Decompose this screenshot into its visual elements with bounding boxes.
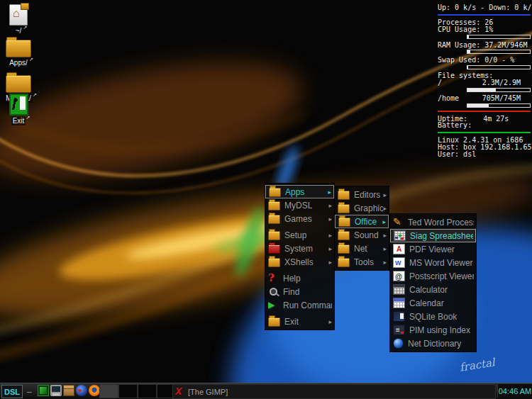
menu-item-postscript-viewer[interactable]: Postscript Viewer bbox=[390, 269, 476, 283]
submenu-arrow-icon bbox=[328, 259, 332, 266]
folder-icon bbox=[268, 215, 280, 224]
menu-item-label: Calendar bbox=[409, 298, 444, 308]
home-folder-icon bbox=[9, 4, 28, 26]
menu-item-label: Postscript Viewer bbox=[409, 271, 474, 281]
book-icon bbox=[393, 311, 405, 322]
terminal-icon[interactable] bbox=[38, 385, 49, 396]
menu-item-setup[interactable]: Setup bbox=[265, 228, 334, 242]
fs-usage: 705M/745M bbox=[482, 95, 521, 102]
menu-item-ms-word-viewer[interactable]: MS Word Viewer bbox=[390, 256, 476, 269]
fs-root-row: / 2.3M/2.9M bbox=[438, 79, 531, 86]
menu-item-label: Run Command bbox=[283, 300, 332, 310]
submenu-arrow-icon bbox=[383, 245, 387, 252]
globe-icon bbox=[393, 338, 404, 349]
folder-icon bbox=[268, 231, 280, 240]
menu-item-label: PDF Viewer bbox=[409, 245, 455, 254]
menu-item-label: Siag Spreadsheet bbox=[410, 231, 473, 241]
task-button-gimp[interactable]: [The GIMP] bbox=[172, 384, 496, 399]
fs-mount: /home bbox=[438, 95, 459, 102]
menu-item-editors[interactable]: Editors bbox=[335, 188, 389, 201]
folder-icon bbox=[6, 40, 31, 57]
postscript-icon bbox=[393, 271, 405, 281]
menu-item-label: MS Word Viewer bbox=[409, 258, 473, 268]
menu-item-siag-spreadsheet[interactable]: Siag Spreadsheet bbox=[390, 229, 476, 242]
desktop: fractal ~/ Apps/ MyDSL/ Exit Up: 0 k/s -… bbox=[0, 0, 532, 399]
menu-item-tools[interactable]: Tools bbox=[335, 255, 389, 269]
monitor-icon[interactable] bbox=[50, 385, 62, 396]
root-menu: Apps MyDSL Games Setup System XShells bbox=[265, 183, 335, 330]
word-document-icon bbox=[393, 257, 405, 268]
menu-item-exit[interactable]: Exit bbox=[265, 315, 334, 328]
fs-mount: / bbox=[438, 79, 442, 86]
menu-item-label: SQLite Book bbox=[409, 312, 457, 322]
menu-item-label: Find bbox=[283, 287, 299, 297]
net-speed: Up: 0 k/s - Down: 0 k/s bbox=[438, 4, 531, 11]
menu-item-apps[interactable]: Apps bbox=[265, 185, 334, 198]
menu-item-net[interactable]: Net bbox=[335, 242, 389, 255]
menu-item-label: Apps bbox=[285, 187, 304, 197]
separator-blue bbox=[438, 14, 531, 16]
submenu-arrow-icon bbox=[328, 202, 332, 209]
desktop-icon-exit[interactable]: Exit bbox=[0, 94, 37, 125]
menu-item-graphics[interactable]: Graphics bbox=[335, 201, 389, 215]
shell-prompt-icon[interactable] bbox=[25, 385, 36, 396]
dsl-menu-button[interactable]: DSL bbox=[1, 385, 23, 398]
menu-item-games[interactable]: Games bbox=[265, 212, 334, 225]
menu-item-xshells[interactable]: XShells bbox=[265, 255, 334, 269]
menu-item-sqlite-book[interactable]: SQLite Book bbox=[390, 310, 476, 323]
menu-item-find[interactable]: Find bbox=[265, 285, 334, 298]
taskbar-launcher-tray bbox=[25, 385, 100, 396]
pager-cell-2[interactable] bbox=[118, 384, 138, 398]
submenu-arrow-icon bbox=[328, 245, 332, 252]
menu-item-label: Net Dictionary bbox=[408, 339, 461, 349]
folder-icon bbox=[6, 75, 31, 93]
pager-cell-1[interactable] bbox=[99, 384, 118, 398]
menu-item-mydsl[interactable]: MyDSL bbox=[265, 198, 334, 212]
package-icon[interactable] bbox=[63, 385, 74, 396]
menu-item-label: PIM using Index bbox=[409, 325, 470, 335]
menu-item-system[interactable]: System bbox=[265, 242, 334, 255]
desktop-icon-apps[interactable]: Apps/ bbox=[0, 35, 37, 67]
pager-cell-3[interactable] bbox=[138, 384, 157, 398]
apps-submenu: Editors Graphics Office Sound Net Tools bbox=[334, 186, 389, 271]
folder-icon bbox=[268, 201, 280, 210]
menu-item-sound[interactable]: Sound bbox=[335, 228, 389, 242]
uptime-value: 4m 27s bbox=[483, 116, 509, 123]
folder-icon bbox=[338, 231, 350, 240]
menu-item-net-dictionary[interactable]: Net Dictionary bbox=[390, 337, 476, 350]
folder-icon bbox=[338, 218, 350, 227]
swap-usage: Swap Used: 0/0 - % bbox=[438, 57, 531, 64]
cpu-usage: CPU Usage: 1% bbox=[438, 26, 531, 33]
menu-item-label: MyDSL bbox=[284, 201, 312, 210]
folder-icon bbox=[338, 204, 350, 213]
submenu-arrow-icon bbox=[383, 205, 387, 212]
submenu-arrow-icon bbox=[328, 189, 331, 196]
menu-item-office[interactable]: Office bbox=[335, 215, 389, 228]
menu-item-label: Tools bbox=[354, 257, 374, 267]
desktop-icon-label: Apps/ bbox=[8, 59, 29, 67]
office-submenu: Ted Word Processing Siag Spreadsheet PDF… bbox=[389, 213, 477, 352]
menu-item-label: Sound bbox=[354, 230, 379, 240]
menu-item-calculator[interactable]: Calculator bbox=[390, 283, 476, 296]
menu-item-pdf-viewer[interactable]: PDF Viewer bbox=[390, 242, 476, 256]
calculator-icon bbox=[393, 284, 405, 295]
menu-item-help[interactable]: Help bbox=[265, 271, 334, 285]
exit-door-icon bbox=[9, 94, 28, 116]
help-question-icon bbox=[268, 274, 279, 283]
fs-home-bar bbox=[467, 103, 531, 108]
submenu-arrow-icon bbox=[383, 191, 387, 198]
taskbar-clock: 04:46 AM bbox=[497, 384, 532, 398]
ram-usage: RAM Usage: 37.2M/946M - 3% bbox=[438, 42, 531, 49]
desktop-icon-label: Exit bbox=[11, 117, 26, 125]
desktop-icon-home[interactable]: ~/ bbox=[0, 4, 37, 35]
menu-item-label: Editors bbox=[354, 190, 380, 200]
desktop-pager bbox=[99, 384, 176, 398]
menu-item-calendar[interactable]: Calendar bbox=[390, 296, 476, 310]
firefox-icon[interactable] bbox=[89, 385, 100, 396]
menu-item-pim-using-index[interactable]: PIM using Index bbox=[390, 323, 476, 337]
folder-icon bbox=[269, 188, 281, 197]
menu-item-ted-word-processing[interactable]: Ted Word Processing bbox=[390, 215, 476, 229]
submenu-arrow-icon bbox=[328, 318, 332, 325]
menu-item-run-command[interactable]: Run Command bbox=[265, 298, 334, 312]
web-globe-icon[interactable] bbox=[76, 385, 87, 396]
